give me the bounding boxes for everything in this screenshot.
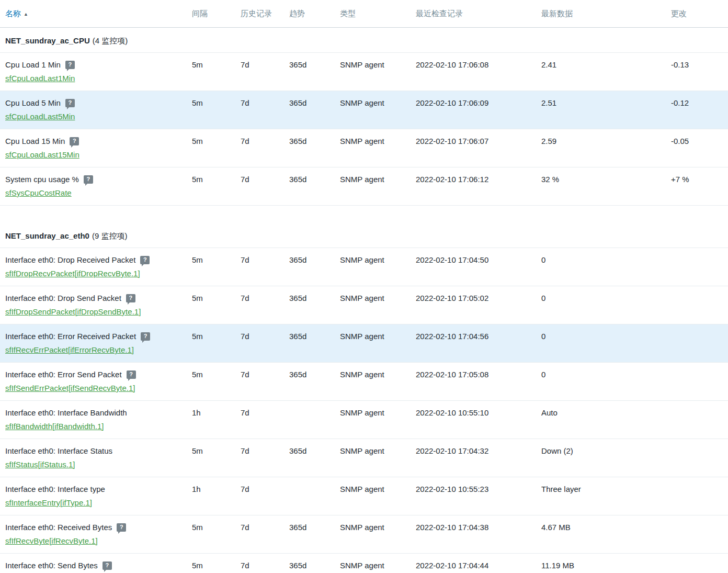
item-key-link[interactable]: sfIfRecvByte[ifRecvByte.1] <box>5 536 98 546</box>
item-name: Interface eth0: Drop Send Packet <box>5 293 121 303</box>
last-check-cell: 2022-02-10 17:04:44 <box>411 554 536 573</box>
trends-cell: 365d <box>284 363 335 386</box>
item-name-cell: Interface eth0: Interface StatussfIfStat… <box>0 439 187 477</box>
column-header-latest-data: 最新数据 <box>536 0 666 26</box>
item-description-icon[interactable]: ? <box>117 523 126 532</box>
latest-data-table: 名称▲ 间隔 历史记录 趋势 类型 最近检查记录 最新数据 更改 NET_sun… <box>0 0 728 573</box>
history-cell: 7d <box>235 401 284 424</box>
latest-data-cell: Three layer <box>536 477 666 500</box>
item-name: Cpu Load 5 Min <box>5 98 61 108</box>
change-cell <box>666 324 728 338</box>
table-row: Interface eth0: Error Send Packet?sfIfSe… <box>0 363 728 401</box>
history-cell: 7d <box>235 53 284 76</box>
item-name: Interface eth0: Drop Received Packet <box>5 255 135 265</box>
item-name: Interface eth0: Send Bytes <box>5 560 98 570</box>
item-description-icon[interactable]: ? <box>84 175 93 184</box>
item-name: Interface eth0: Error Send Packet <box>5 369 122 379</box>
last-check-cell: 2022-02-10 17:05:02 <box>411 286 536 309</box>
history-cell: 7d <box>235 363 284 386</box>
history-cell: 7d <box>235 439 284 462</box>
item-name-line: Cpu Load 15 Min? <box>5 136 183 146</box>
group-item-count: (4 监控项) <box>93 36 128 45</box>
trends-cell: 365d <box>284 129 335 152</box>
item-name-line: Interface eth0: Error Send Packet? <box>5 369 183 379</box>
item-name-cell: Interface eth0: Received Bytes?sfIfRecvB… <box>0 515 187 553</box>
interval-cell: 5m <box>187 286 235 309</box>
item-name-cell: System cpu usage %?sfSysCpuCostRate <box>0 167 187 205</box>
column-header-name[interactable]: 名称▲ <box>0 0 187 27</box>
item-name: Interface eth0: Interface Status <box>5 446 112 456</box>
interval-cell: 5m <box>187 439 235 462</box>
item-key-link[interactable]: sfIfStatus[ifStatus.1] <box>5 459 75 469</box>
change-cell <box>666 248 728 261</box>
item-name-line: Interface eth0: Error Received Packet? <box>5 331 183 341</box>
last-check-cell: 2022-02-10 17:06:07 <box>411 129 536 152</box>
item-description-icon[interactable]: ? <box>103 561 112 570</box>
sort-asc-icon: ▲ <box>24 9 28 19</box>
item-name-line: Cpu Load 5 Min? <box>5 98 183 108</box>
item-key-link[interactable]: sfSysCpuCostRate <box>5 188 72 198</box>
item-name-cell: Cpu Load 1 Min?sfCpuLoadLast1Min <box>0 53 187 91</box>
item-description-icon[interactable]: ? <box>127 370 136 379</box>
trends-cell: 365d <box>284 248 335 271</box>
type-cell: SNMP agent <box>335 167 411 190</box>
item-name-cell: Cpu Load 15 Min?sfCpuLoadLast15Min <box>0 129 187 167</box>
item-name-line: Interface eth0: Drop Received Packet? <box>5 255 183 265</box>
item-key-link[interactable]: sfIfBandwidth[ifBandwidth.1] <box>5 421 104 431</box>
item-description-icon[interactable]: ? <box>140 256 150 264</box>
item-name-cell: Interface eth0: Error Send Packet?sfIfSe… <box>0 363 187 400</box>
history-cell: 7d <box>235 324 284 347</box>
latest-data-cell: Auto <box>536 401 666 424</box>
column-header-trends: 趋势 <box>284 0 335 26</box>
item-name: System cpu usage % <box>5 174 79 184</box>
item-description-icon[interactable]: ? <box>65 61 75 69</box>
item-name-cell: Interface eth0: Drop Received Packet?sfI… <box>0 248 187 286</box>
item-key-link[interactable]: sfIfRecvErrPacket[ifErrorRecvByte.1] <box>5 345 134 355</box>
item-name: Interface eth0: Interface Bandwidth <box>5 408 127 418</box>
item-description-icon[interactable]: ? <box>70 137 79 145</box>
history-cell: 7d <box>235 248 284 271</box>
latest-data-cell: 0 <box>536 248 666 271</box>
trends-cell: 365d <box>284 91 335 114</box>
item-name-line: System cpu usage %? <box>5 174 183 184</box>
item-description-icon[interactable]: ? <box>126 294 135 302</box>
trends-cell: 365d <box>284 286 335 309</box>
last-check-cell: 2022-02-10 17:04:50 <box>411 248 536 271</box>
table-row: Interface eth0: Send Bytes?sfIfSendByte[… <box>0 554 728 573</box>
group-name: NET_sundray_ac_eth0 <box>5 231 89 240</box>
item-name: Interface eth0: Interface type <box>5 484 105 494</box>
table-row: Interface eth0: Drop Send Packet?sfIfDro… <box>0 286 728 324</box>
item-key-link[interactable]: sfCpuLoadLast15Min <box>5 150 79 160</box>
trends-cell: 365d <box>284 515 335 538</box>
type-cell: SNMP agent <box>335 248 411 271</box>
item-key-link[interactable]: sfCpuLoadLast5Min <box>5 111 75 121</box>
column-header-name-label: 名称 <box>5 9 21 18</box>
group-item-count: (9 监控项) <box>92 231 128 240</box>
table-row: Interface eth0: Interface typesfInterfac… <box>0 477 728 515</box>
table-body: NET_sundray_ac_CPU(4 监控项)Cpu Load 1 Min?… <box>0 28 728 573</box>
item-key-link[interactable]: sfIfDropRecvPacket[ifDropRecvByte.1] <box>5 268 140 278</box>
latest-data-cell: 2.59 <box>536 129 666 152</box>
item-name-line: Interface eth0: Interface type <box>5 484 183 494</box>
table-row: Interface eth0: Interface StatussfIfStat… <box>0 439 728 477</box>
change-cell <box>666 554 728 567</box>
change-cell <box>666 439 728 452</box>
item-name-line: Interface eth0: Drop Send Packet? <box>5 293 183 303</box>
item-key-link[interactable]: sfIfSendErrPacket[ifSendRecvByte.1] <box>5 383 135 393</box>
item-description-icon[interactable]: ? <box>65 99 75 107</box>
history-cell: 7d <box>235 515 284 538</box>
item-name: Interface eth0: Error Received Packet <box>5 331 136 341</box>
last-check-cell: 2022-02-10 10:55:23 <box>411 477 536 500</box>
latest-data-cell: 11.19 MB <box>536 554 666 573</box>
type-cell: SNMP agent <box>335 129 411 152</box>
interval-cell: 5m <box>187 324 235 347</box>
history-cell: 7d <box>235 477 284 500</box>
item-key-link[interactable]: sfInterfaceEntry[ifType.1] <box>5 498 92 508</box>
last-check-cell: 2022-02-10 17:04:56 <box>411 324 536 347</box>
item-key-link[interactable]: sfCpuLoadLast1Min <box>5 73 75 83</box>
item-description-icon[interactable]: ? <box>141 332 150 341</box>
trends-cell <box>284 477 335 490</box>
item-key-link[interactable]: sfIfDropSendPacket[ifDropSendByte.1] <box>5 307 141 317</box>
history-cell: 7d <box>235 286 284 309</box>
interval-cell: 5m <box>187 515 235 538</box>
